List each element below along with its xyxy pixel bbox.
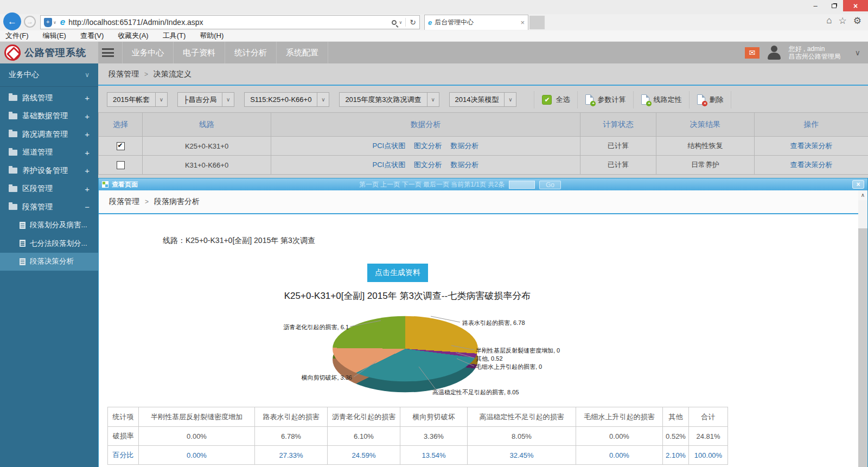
address-bar[interactable]: ∨ e ∨ ↻: [40, 15, 420, 29]
modal-titlebar[interactable]: 查看页面 第一页 上一页 下一页 最后一页 当前第1/1页 共2条 Go ×: [99, 178, 867, 190]
menu-file[interactable]: 文件(F): [5, 31, 29, 41]
view-decision-link[interactable]: 查看决策分析: [790, 161, 833, 169]
menu-edit[interactable]: 编辑(E): [43, 31, 66, 41]
new-tab-button[interactable]: [529, 16, 545, 29]
nav-business-center[interactable]: 业务中心: [122, 42, 174, 63]
sidebar-item-route-mgmt[interactable]: 路线管理+: [0, 89, 98, 107]
param-calc-button[interactable]: +参数计算: [577, 91, 633, 108]
delete-button[interactable]: ×删除: [689, 91, 731, 108]
restore-button[interactable]: [825, 0, 843, 11]
shield-caret-icon[interactable]: ∨: [53, 20, 56, 25]
select-survey[interactable]: 2015年度第3次路况调查∨: [339, 92, 439, 107]
line-qualitative-button[interactable]: +线路定性: [633, 91, 689, 108]
select-decision-model[interactable]: 2014决策模型∨: [449, 92, 517, 107]
data-analysis-link[interactable]: 数据分析: [450, 161, 478, 169]
row-checkbox[interactable]: [117, 142, 125, 150]
forward-button[interactable]: →: [24, 16, 36, 28]
sidebar-header[interactable]: 业务中心 ∨: [0, 63, 98, 87]
folder-icon: [9, 113, 17, 119]
tab-title: 后台管理中心: [435, 18, 520, 27]
url-input[interactable]: [68, 18, 392, 27]
breadcrumb-parent[interactable]: 段落管理: [108, 69, 139, 79]
collapse-icon[interactable]: −: [85, 202, 90, 212]
browser-tab[interactable]: e 后台管理中心 ×: [424, 15, 528, 30]
select-line[interactable]: S115:K25+0-K66+0∨: [244, 92, 329, 107]
graphic-analysis-link[interactable]: 图文分析: [414, 142, 442, 150]
back-button[interactable]: ←: [3, 12, 21, 30]
modal-scrollbar[interactable]: ∧: [858, 190, 867, 467]
app-header: 公路管理系统 业务中心 电子资料 统计分析 系统配置 ✉ 您好 , admin …: [0, 42, 868, 63]
chevron-down-icon[interactable]: ∨: [427, 93, 439, 106]
select-branch[interactable]: ├昌吉分局∨: [177, 92, 234, 107]
modal-close-icon[interactable]: ×: [852, 180, 864, 189]
table-row: K31+0-K66+0 PCI点状图 图文分析 数据分析 已计算 日常养护 查看…: [99, 156, 868, 175]
expand-icon[interactable]: +: [85, 184, 90, 194]
graphic-analysis-link[interactable]: 图文分析: [414, 161, 442, 169]
chevron-down-icon[interactable]: ∨: [504, 93, 516, 106]
expand-icon[interactable]: +: [85, 112, 90, 121]
select-account-year[interactable]: 2015年帐套∨: [107, 92, 168, 107]
row-checkbox[interactable]: [117, 161, 125, 169]
sidebar-subitem-label: 段落划分及病害...: [30, 220, 87, 230]
col-calc-status: 计算状态: [580, 113, 656, 137]
menu-view[interactable]: 查看(V): [80, 31, 104, 41]
pagination-text[interactable]: 第一页 上一页 下一页 最后一页 当前第1/1页 共2条: [359, 180, 505, 189]
select-value: 2015年帐套: [107, 93, 155, 106]
minimize-button[interactable]: –: [806, 0, 825, 11]
expand-icon[interactable]: +: [85, 148, 90, 157]
sidebar-item-equipment-mgmt[interactable]: 养护设备管理+: [0, 162, 98, 180]
search-caret-icon[interactable]: ∨: [399, 20, 402, 25]
scroll-up-icon[interactable]: ∧: [858, 190, 867, 200]
expand-icon[interactable]: +: [85, 130, 90, 139]
document-icon: [20, 258, 25, 265]
pci-dot-chart-link[interactable]: PCI点状图: [373, 142, 406, 150]
sidebar-subitem-decision-analysis[interactable]: 段落决策分析: [0, 253, 98, 271]
user-avatar[interactable]: [766, 44, 782, 61]
close-window-button[interactable]: ×: [843, 0, 868, 11]
stats-cell: 32.45%: [468, 446, 576, 465]
expand-icon[interactable]: +: [85, 166, 90, 175]
pci-dot-chart-link[interactable]: PCI点状图: [373, 161, 406, 169]
breadcrumb-separator: >: [144, 71, 148, 78]
page-number-input[interactable]: [509, 181, 535, 189]
sidebar-item-label: 区段管理: [22, 184, 53, 194]
col-data-analysis: 数据分析: [271, 113, 580, 137]
home-icon[interactable]: ⌂: [826, 15, 832, 27]
sidebar-item-road-survey[interactable]: 路况调查管理+: [0, 125, 98, 144]
line-cell: K31+0-K66+0: [143, 156, 271, 175]
menu-help[interactable]: 帮助(H): [200, 31, 224, 41]
menu-favorites[interactable]: 收藏夹(A): [118, 31, 148, 41]
select-all-button[interactable]: ✔全选: [534, 91, 577, 108]
sidebar-subitem-paragraph-division[interactable]: 段落划分及病害...: [0, 216, 98, 235]
modal-breadcrumb-parent[interactable]: 段落管理: [109, 197, 139, 207]
go-button[interactable]: Go: [539, 181, 561, 189]
sidebar-item-basic-data[interactable]: 基础数据管理+: [0, 107, 98, 126]
menu-tools[interactable]: 工具(T): [163, 31, 186, 41]
refresh-icon[interactable]: ↻: [405, 18, 416, 27]
generate-data-button[interactable]: 点击生成资料: [367, 264, 428, 282]
hamburger-menu-icon[interactable]: [102, 48, 114, 57]
sidebar-subitem-seven-method[interactable]: 七分法段落划分...: [0, 234, 98, 253]
tab-close-icon[interactable]: ×: [520, 18, 525, 27]
settings-gear-icon[interactable]: ⚙: [853, 15, 861, 27]
nav-statistics[interactable]: 统计分析: [225, 42, 277, 63]
compatibility-shield-icon[interactable]: [44, 18, 52, 27]
user-menu-chevron-icon[interactable]: ∨: [855, 48, 860, 57]
view-decision-link[interactable]: 查看决策分析: [790, 142, 833, 150]
nav-system-config[interactable]: 系统配置: [277, 42, 328, 63]
chevron-down-icon[interactable]: ∨: [222, 93, 234, 106]
sidebar-item-section-mgmt[interactable]: 区段管理+: [0, 180, 98, 199]
mail-icon[interactable]: ✉: [745, 47, 760, 59]
favorites-star-icon[interactable]: ☆: [839, 15, 847, 27]
data-analysis-link[interactable]: 数据分析: [450, 142, 478, 150]
sidebar-item-patrol-mgmt[interactable]: 巡道管理+: [0, 144, 98, 162]
chevron-down-icon[interactable]: ∨: [317, 93, 329, 106]
search-icon[interactable]: [392, 20, 397, 25]
stats-row-damage-rate: 破损率 0.00% 6.78% 6.10% 3.36% 8.05% 0.00% …: [108, 427, 728, 446]
expand-icon[interactable]: +: [85, 93, 90, 103]
sidebar-item-paragraph-mgmt[interactable]: 段落管理−: [0, 198, 98, 216]
nav-electronic-data[interactable]: 电子资料: [174, 42, 225, 63]
chevron-down-icon[interactable]: ∨: [155, 93, 167, 106]
scrollbar-thumb[interactable]: [858, 200, 867, 228]
col-decision-result: 决策结果: [656, 113, 755, 137]
